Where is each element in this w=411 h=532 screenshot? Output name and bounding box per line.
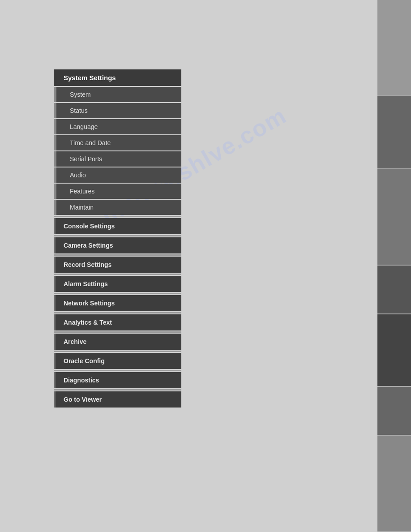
- sidebar-item-analytics-text[interactable]: Analytics & Text: [54, 314, 181, 330]
- divider-7: [54, 331, 181, 333]
- divider-4: [54, 274, 181, 275]
- right-panel: [377, 0, 411, 532]
- sidebar-item-archive[interactable]: Archive: [54, 334, 181, 350]
- sidebar-item-maintain[interactable]: Maintain: [54, 200, 181, 215]
- sidebar-item-features[interactable]: Features: [54, 184, 181, 199]
- right-segment-1: [377, 0, 411, 96]
- sidebar-item-console-settings[interactable]: Console Settings: [54, 218, 181, 234]
- menu-container: System Settings System Status Language T…: [54, 69, 181, 408]
- right-segment-4: [377, 266, 411, 314]
- sidebar-item-audio[interactable]: Audio: [54, 167, 181, 183]
- divider-1: [54, 216, 181, 217]
- sidebar-item-oracle-config[interactable]: Oracle Config: [54, 353, 181, 369]
- right-segment-3: [377, 169, 411, 266]
- divider-10: [54, 389, 181, 390]
- divider-3: [54, 254, 181, 256]
- sidebar-item-network-settings[interactable]: Network Settings: [54, 295, 181, 311]
- menu-header-system-settings[interactable]: System Settings: [54, 69, 181, 86]
- sidebar-item-time-and-date[interactable]: Time and Date: [54, 135, 181, 150]
- sidebar-item-system[interactable]: System: [54, 87, 181, 102]
- divider-6: [54, 312, 181, 313]
- divider-2: [54, 235, 181, 236]
- right-segment-7: [377, 436, 411, 532]
- right-segment-6: [377, 387, 411, 436]
- divider-8: [54, 351, 181, 352]
- sidebar-item-record-settings[interactable]: Record Settings: [54, 257, 181, 273]
- sidebar-item-serial-ports[interactable]: Serial Ports: [54, 151, 181, 167]
- right-segment-5: [377, 314, 411, 387]
- sidebar-item-language[interactable]: Language: [54, 119, 181, 134]
- sidebar-item-status[interactable]: Status: [54, 103, 181, 118]
- right-segment-2: [377, 96, 411, 169]
- sidebar-item-diagnostics[interactable]: Diagnostics: [54, 372, 181, 388]
- sidebar-item-camera-settings[interactable]: Camera Settings: [54, 237, 181, 253]
- sidebar-item-alarm-settings[interactable]: Alarm Settings: [54, 276, 181, 292]
- divider-9: [54, 370, 181, 371]
- sidebar-item-go-to-viewer[interactable]: Go to Viewer: [54, 391, 181, 408]
- divider-5: [54, 293, 181, 294]
